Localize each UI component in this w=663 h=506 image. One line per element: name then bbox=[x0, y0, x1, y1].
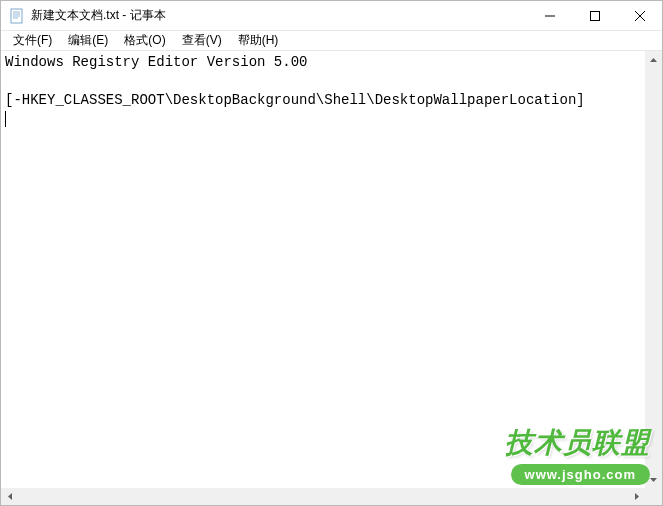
editor-area[interactable]: Windows Registry Editor Version 5.00 [-H… bbox=[1, 51, 662, 488]
close-button[interactable] bbox=[617, 1, 662, 31]
svg-marker-11 bbox=[8, 493, 12, 500]
scroll-left-icon[interactable] bbox=[1, 488, 18, 505]
editor-line: [-HKEY_CLASSES_ROOT\DesktopBackground\Sh… bbox=[5, 92, 585, 108]
menu-help[interactable]: 帮助(H) bbox=[230, 30, 287, 51]
titlebar: 新建文本文档.txt - 记事本 bbox=[1, 1, 662, 31]
menu-file[interactable]: 文件(F) bbox=[5, 30, 60, 51]
menu-format[interactable]: 格式(O) bbox=[116, 30, 173, 51]
window-title: 新建文本文档.txt - 记事本 bbox=[31, 7, 527, 24]
notepad-icon bbox=[9, 8, 25, 24]
scroll-right-icon[interactable] bbox=[628, 488, 645, 505]
maximize-button[interactable] bbox=[572, 1, 617, 31]
scroll-track-horizontal[interactable] bbox=[18, 488, 628, 505]
minimize-button[interactable] bbox=[527, 1, 572, 31]
editor-line: Windows Registry Editor Version 5.00 bbox=[5, 54, 307, 70]
menubar: 文件(F) 编辑(E) 格式(O) 查看(V) 帮助(H) bbox=[1, 31, 662, 51]
menu-edit[interactable]: 编辑(E) bbox=[60, 30, 116, 51]
scroll-corner bbox=[645, 488, 662, 505]
svg-marker-12 bbox=[635, 493, 639, 500]
vertical-scrollbar[interactable] bbox=[645, 51, 662, 488]
horizontal-scrollbar[interactable] bbox=[1, 488, 645, 505]
text-cursor bbox=[5, 111, 6, 127]
scroll-track-vertical[interactable] bbox=[645, 68, 662, 471]
menu-view[interactable]: 查看(V) bbox=[174, 30, 230, 51]
svg-marker-10 bbox=[650, 478, 657, 482]
svg-marker-9 bbox=[650, 58, 657, 62]
window-controls bbox=[527, 1, 662, 30]
scroll-up-icon[interactable] bbox=[645, 51, 662, 68]
scroll-down-icon[interactable] bbox=[645, 471, 662, 488]
svg-rect-6 bbox=[590, 12, 599, 21]
editor-content[interactable]: Windows Registry Editor Version 5.00 [-H… bbox=[1, 51, 662, 131]
